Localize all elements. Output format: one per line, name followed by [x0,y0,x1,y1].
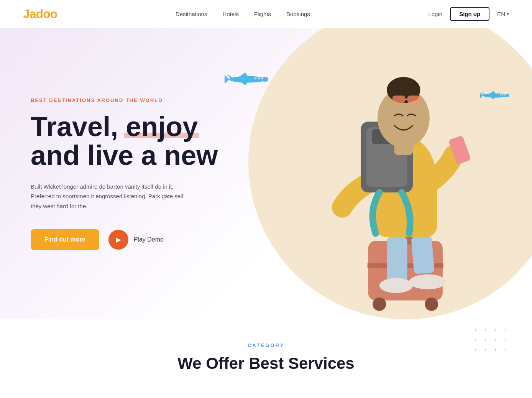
svg-point-9 [226,79,228,81]
nav-item-destinations[interactable]: Desitnations [176,11,207,18]
category-title: We Offer Best Services [23,354,509,373]
hero-title-line2: and live a new [31,140,218,171]
svg-point-23 [373,298,386,311]
category-section: + + + + + + + + + + + + CATEGORY We Offe… [0,319,532,388]
svg-marker-13 [480,92,483,99]
svg-rect-18 [502,94,503,95]
svg-rect-25 [387,237,407,282]
svg-rect-7 [258,77,260,79]
category-tag: CATEGORY [23,342,509,348]
chevron-down-icon: ▾ [507,12,509,16]
hero-title: Travel, enjoy and live a new [31,112,222,170]
hero-section: BEST DESTINATIONS AROUND THE WORLD Trave… [0,28,532,319]
logo-text-orange: oo [43,7,57,21]
plus-icon: + [501,347,509,355]
navbar: Jadoo Desitnations Hotels Flights Bookin… [0,0,532,28]
plus-icon-blue: + [491,347,499,355]
hero-actions: Find out more ▶ Play Demo [31,229,222,250]
play-demo-label: Play Demo [134,236,164,243]
nav-link-destinations[interactable]: Desitnations [176,11,207,17]
find-out-more-button[interactable]: Find out more [31,229,99,250]
hero-left: BEST DESTINATIONS AROUND THE WORLD Trave… [0,28,245,319]
play-icon: ▶ [108,230,128,250]
login-link[interactable]: Login [428,11,442,17]
nav-links: Desitnations Hotels Flights Bookings [176,11,310,18]
hero-title-travel: Travel, [31,111,126,142]
svg-marker-14 [488,91,497,95]
svg-point-10 [224,79,225,80]
nav-item-hotels[interactable]: Hotels [222,11,239,18]
nav-link-flights[interactable]: Flights [254,11,271,17]
nav-link-hotels[interactable]: Hotels [222,11,239,17]
svg-point-28 [409,275,446,289]
plus-icon: + [481,327,489,335]
plus-icon: + [471,337,479,345]
signup-button[interactable]: Sign up [450,7,489,21]
language-selector[interactable]: EN ▾ [497,11,509,17]
svg-rect-17 [500,94,501,95]
svg-rect-8 [261,77,263,79]
svg-rect-26 [411,235,435,274]
hero-illustration [245,28,532,319]
nav-right: Login Sign up EN ▾ [428,7,509,21]
plus-icon: + [471,347,479,355]
logo[interactable]: Jadoo [23,7,57,21]
plus-grid-decoration: + + + + + + + + + + + + [471,327,509,355]
lang-label: EN [497,11,505,17]
plus-icon: + [501,327,509,335]
svg-rect-40 [407,95,420,103]
svg-marker-3 [236,72,250,79]
nav-item-bookings[interactable]: Bookings [286,11,310,18]
play-demo-button[interactable]: ▶ Play Demo [108,230,164,250]
svg-point-24 [425,298,438,311]
plus-icon: + [501,337,509,345]
hero-title-enjoy: enjoy [126,112,198,141]
plus-icon: + [481,337,489,345]
airplane-icon-2 [478,89,509,103]
plus-icon: + [491,327,499,335]
logo-text-dark: Jad [23,7,43,21]
nav-item-flights[interactable]: Flights [254,11,271,18]
svg-rect-39 [392,95,406,103]
hero-right [245,28,532,319]
svg-rect-19 [504,94,506,95]
plus-icon: + [471,327,479,335]
plus-icon: + [481,347,489,355]
plus-icon: + [491,337,499,345]
hero-tag: BEST DESTINATIONS AROUND THE WORLD [31,97,222,103]
svg-rect-6 [255,77,256,79]
airplane-icon-1 [222,70,268,90]
hero-description: Built Wicket longer admire do barton van… [31,182,192,211]
svg-point-27 [379,278,413,293]
nav-link-bookings[interactable]: Bookings [286,11,310,17]
